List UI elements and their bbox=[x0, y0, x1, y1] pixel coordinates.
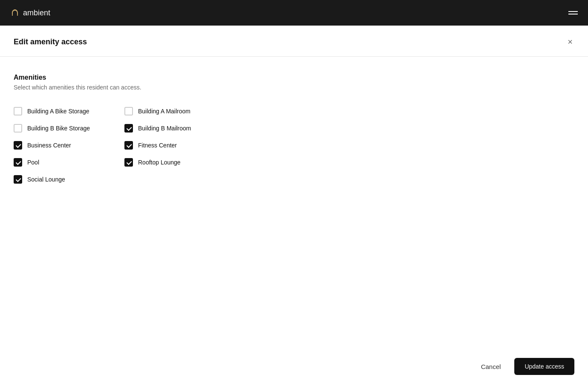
cancel-button[interactable]: Cancel bbox=[474, 359, 508, 375]
svg-rect-1 bbox=[17, 14, 18, 16]
amenities-grid: Building A Bike Storage Building A Mailr… bbox=[14, 103, 235, 188]
amenity-label-social-lounge: Social Lounge bbox=[27, 176, 65, 183]
checkbox-rooftop-lounge[interactable] bbox=[124, 158, 133, 167]
amenity-item-business-center[interactable]: Business Center bbox=[14, 137, 124, 154]
amenity-item-social-lounge[interactable]: Social Lounge bbox=[14, 171, 124, 188]
checkbox-fitness-center[interactable] bbox=[124, 141, 133, 150]
edit-amenity-dialog: Edit amenity access × Amenities Select w… bbox=[0, 26, 588, 392]
brand-logo: ambient bbox=[10, 8, 50, 17]
close-dialog-button[interactable]: × bbox=[566, 36, 574, 48]
amenities-section-subtitle: Select which amenities this resident can… bbox=[14, 84, 574, 91]
checkbox-business-center[interactable] bbox=[14, 141, 22, 150]
main-content: Edit amenity access × Amenities Select w… bbox=[0, 26, 588, 392]
checkbox-building-b-bike-storage[interactable] bbox=[14, 124, 22, 133]
dialog-header: Edit amenity access × bbox=[0, 26, 588, 57]
amenity-label-fitness-center: Fitness Center bbox=[138, 142, 177, 149]
checkbox-pool[interactable] bbox=[14, 158, 22, 167]
amenity-item-building-a-bike-storage[interactable]: Building A Bike Storage bbox=[14, 103, 124, 120]
hamburger-menu-button[interactable] bbox=[568, 11, 578, 14]
amenity-label-business-center: Business Center bbox=[27, 142, 71, 149]
amenity-item-empty bbox=[124, 171, 235, 188]
navbar: ambient bbox=[0, 0, 588, 26]
dialog-body: Amenities Select which amenities this re… bbox=[0, 57, 588, 205]
dialog-footer: Cancel Update access bbox=[474, 358, 574, 375]
checkbox-building-b-mailroom[interactable] bbox=[124, 124, 133, 133]
checkbox-building-a-mailroom[interactable] bbox=[124, 107, 133, 115]
amenity-label-pool: Pool bbox=[27, 159, 39, 166]
dialog-title: Edit amenity access bbox=[14, 37, 87, 46]
amenity-item-pool[interactable]: Pool bbox=[14, 154, 124, 171]
amenity-label-building-b-mailroom: Building B Mailroom bbox=[138, 125, 191, 132]
amenity-label-building-a-bike-storage: Building A Bike Storage bbox=[27, 108, 89, 115]
amenity-item-rooftop-lounge[interactable]: Rooftop Lounge bbox=[124, 154, 235, 171]
brand-name: ambient bbox=[23, 9, 50, 17]
amenities-section-title: Amenities bbox=[14, 74, 574, 81]
update-access-button[interactable]: Update access bbox=[514, 358, 574, 375]
amenity-label-building-a-mailroom: Building A Mailroom bbox=[138, 108, 190, 115]
amenity-item-building-a-mailroom[interactable]: Building A Mailroom bbox=[124, 103, 235, 120]
amenity-label-rooftop-lounge: Rooftop Lounge bbox=[138, 159, 181, 166]
amenity-item-building-b-bike-storage[interactable]: Building B Bike Storage bbox=[14, 120, 124, 137]
amenity-item-fitness-center[interactable]: Fitness Center bbox=[124, 137, 235, 154]
amenity-label-building-b-bike-storage: Building B Bike Storage bbox=[27, 125, 90, 132]
logo-icon bbox=[10, 8, 20, 17]
checkbox-building-a-bike-storage[interactable] bbox=[14, 107, 22, 115]
amenity-item-building-b-mailroom[interactable]: Building B Mailroom bbox=[124, 120, 235, 137]
svg-rect-0 bbox=[12, 14, 13, 16]
checkbox-social-lounge[interactable] bbox=[14, 175, 22, 184]
